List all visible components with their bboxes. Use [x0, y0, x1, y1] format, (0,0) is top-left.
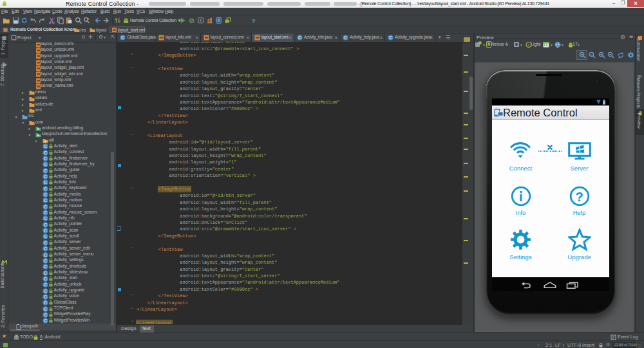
svg-text:1: 1: [591, 53, 592, 57]
svg-text:C: C: [44, 180, 47, 185]
svg-text:C: C: [44, 205, 47, 209]
svg-text:C: C: [44, 253, 47, 257]
svg-text:C: C: [44, 271, 47, 275]
svg-text:?: ?: [252, 17, 256, 24]
svg-text:C: C: [44, 295, 47, 299]
svg-text:C: C: [44, 156, 47, 161]
svg-text:C: C: [44, 264, 47, 269]
svg-text:C: C: [44, 307, 47, 311]
svg-text:L: L: [527, 43, 529, 47]
svg-text:C: C: [44, 216, 47, 221]
svg-text:C: C: [121, 35, 124, 40]
svg-text:C: C: [44, 313, 47, 317]
svg-text:C: C: [44, 259, 47, 263]
svg-text:a: a: [87, 17, 89, 21]
svg-text:C: C: [44, 289, 47, 293]
svg-text:C: C: [44, 162, 47, 167]
svg-text:C: C: [344, 35, 347, 40]
svg-text:C: C: [44, 277, 47, 281]
svg-text:C: C: [44, 174, 47, 179]
svg-text:C: C: [44, 300, 47, 305]
svg-text:C: C: [44, 223, 47, 227]
svg-text:C: C: [44, 151, 47, 155]
svg-text:C: C: [298, 35, 301, 40]
svg-text:C: C: [44, 241, 47, 245]
svg-text:C: C: [44, 187, 47, 191]
svg-text:C: C: [44, 198, 47, 203]
svg-text:C: C: [44, 210, 47, 215]
svg-text:C: C: [44, 246, 47, 251]
svg-text:C: C: [44, 228, 47, 233]
svg-text:C: C: [44, 144, 47, 149]
svg-text:C: C: [44, 282, 47, 287]
svg-text:C: C: [44, 192, 47, 197]
svg-text:C: C: [44, 318, 47, 323]
svg-text:C: C: [44, 169, 47, 173]
svg-text:?: ?: [575, 190, 583, 204]
svg-text:C: C: [44, 234, 47, 239]
svg-text:C: C: [389, 35, 392, 40]
